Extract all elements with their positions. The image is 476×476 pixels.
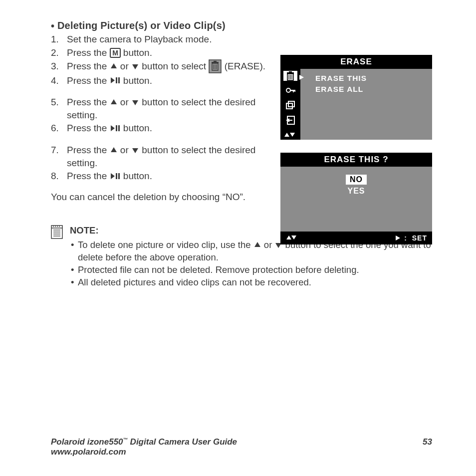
step-1: Set the camera to Playback mode.: [67, 33, 281, 46]
down-arrow-icon: [131, 98, 139, 106]
play-pause-icon: [110, 76, 121, 84]
notepad-icon: [51, 225, 63, 239]
sidebar-protect-icon: [283, 86, 297, 95]
play-pause-icon: [110, 172, 121, 180]
up-arrow-icon: [110, 62, 118, 70]
note-line-2: Protected file can not be deleted. Remov…: [78, 264, 359, 276]
lcd-erase-confirm: ERASE THIS ? NO YES : SET: [280, 153, 432, 244]
up-arrow-icon: [110, 146, 118, 154]
menu-erase-all: ERASE ALL: [305, 84, 427, 95]
down-arrow-icon: [131, 62, 139, 70]
menu-button-icon: [110, 48, 121, 58]
step-7: Press the or button to select the desire…: [67, 144, 281, 169]
lcd-erase-menu: ERASE ERASE THIS ERASE ALL: [280, 55, 432, 140]
up-arrow-icon: [110, 98, 118, 106]
option-yes: YES: [280, 187, 432, 196]
sidebar-trash-icon: [283, 71, 297, 81]
lcd-title: ERASE THIS ?: [280, 153, 432, 167]
step-8: Press the button.: [67, 170, 281, 183]
step-4: Press the button.: [67, 74, 281, 87]
note-line-3: All deleted pictures and video clips can…: [78, 276, 311, 289]
note-heading: NOTE:: [70, 225, 99, 237]
step-6: Press the button.: [67, 122, 281, 135]
lcd-title: ERASE: [280, 55, 432, 69]
page-number: 53: [423, 437, 432, 457]
sidebar-copy-icon: [283, 100, 297, 110]
play-pause-icon: [110, 124, 121, 132]
up-arrow-icon: [253, 241, 261, 249]
down-arrow-icon: [131, 146, 139, 154]
page-footer: Polaroid izone550™ Digital Camera User G…: [51, 437, 432, 457]
step-3: Press the or button to select (ERASE).: [67, 60, 281, 74]
menu-erase-this: ERASE THIS: [305, 73, 427, 84]
foot-updown-icon: [285, 234, 297, 242]
cursor-icon: [298, 74, 305, 83]
sidebar-updown-icon: [283, 130, 297, 140]
option-no: NO: [346, 175, 367, 185]
step-2: Press the button.: [67, 46, 281, 59]
sidebar-export-icon: [283, 115, 297, 125]
step-5: Press the or button to select the desire…: [67, 96, 281, 121]
section-heading: • Deleting Picture(s) or Video Clip(s): [51, 20, 432, 32]
trash-icon: [209, 59, 222, 73]
foot-set: : SET: [395, 234, 427, 242]
